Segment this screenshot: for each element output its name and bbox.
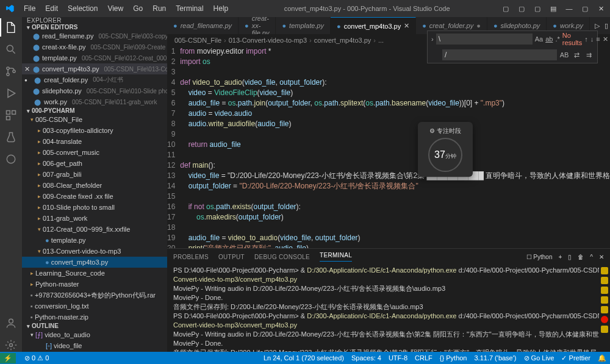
- file-item[interactable]: ▪Python-master.zip: [22, 312, 167, 323]
- status-item[interactable]: {} Python: [440, 354, 467, 362]
- customize-icon[interactable]: ▤: [549, 4, 558, 13]
- open-editor-item[interactable]: ⬤read_filename.py005-CSDN_File\003-copyf…: [22, 30, 167, 41]
- terminal[interactable]: PS D:\400-File\000-Project\000-Pycharm> …: [167, 265, 599, 352]
- split-terminal-icon[interactable]: ▯: [568, 254, 572, 260]
- replace-input[interactable]: [442, 49, 557, 60]
- testing-icon[interactable]: [4, 130, 18, 144]
- terminal-shell-label[interactable]: ☐ Python: [526, 254, 553, 260]
- close-find-icon[interactable]: ✕: [603, 35, 608, 43]
- menu-selection[interactable]: Selection: [63, 2, 102, 15]
- match-case-icon[interactable]: Aa: [535, 35, 543, 43]
- menu-go[interactable]: Go: [129, 2, 147, 15]
- folder-item[interactable]: ▾013-Convert-video-to-mp3: [22, 246, 167, 257]
- python-env-icon[interactable]: [4, 152, 18, 166]
- folder-item[interactable]: ▸006-get_path: [22, 158, 167, 169]
- whole-word-icon[interactable]: ab: [545, 35, 553, 43]
- maximize-icon[interactable]: ▢: [581, 4, 589, 13]
- remote-indicator[interactable]: ⚡: [0, 353, 16, 363]
- menu-edit[interactable]: Edit: [41, 2, 62, 15]
- open-editor-item[interactable]: ⬤template.py005-CSDN_File\012-Creat_000~…: [22, 52, 167, 63]
- trash-icon[interactable]: 🗑: [578, 254, 584, 260]
- extensions-icon[interactable]: [4, 109, 18, 122]
- outline-item[interactable]: [◦]video_file: [22, 340, 167, 351]
- folder-item[interactable]: ▸004-translate: [22, 136, 167, 147]
- run-debug-icon[interactable]: [4, 87, 18, 100]
- workspace-section[interactable]: ▾000-PYCHARM: [22, 107, 167, 114]
- layout-toggle-icon[interactable]: ▢: [501, 4, 510, 13]
- minimize-icon[interactable]: —: [565, 4, 573, 13]
- replace-one-icon[interactable]: ⇄: [572, 51, 581, 59]
- folder-item[interactable]: ▸005-convert_music: [22, 147, 167, 158]
- replace-all-icon[interactable]: ⇉: [584, 51, 594, 59]
- split-editor-icon[interactable]: ▯: [605, 22, 608, 30]
- open-editor-item[interactable]: ✕⬤convert_mp4to3.py005-CSDN_File\013-Con…: [22, 63, 167, 74]
- code-editor[interactable]: 123456789101112131415161718192021222324 …: [167, 46, 610, 248]
- status-item[interactable]: 🔔: [598, 354, 606, 362]
- open-editor-item[interactable]: ⬤creat-xx-file.py005-CSDN_File\009-Creat…: [22, 41, 167, 52]
- folder-item[interactable]: ▸003-copyfileto-alldictory: [22, 125, 167, 136]
- folder-item[interactable]: ▸007-grab_bili: [22, 169, 167, 180]
- settings-icon[interactable]: [4, 338, 18, 352]
- close-icon[interactable]: ✕: [597, 4, 605, 13]
- status-item[interactable]: Ln 24, Col 1 (720 selected): [264, 354, 344, 362]
- chevron-right-icon[interactable]: ›: [431, 35, 434, 43]
- menu-view[interactable]: View: [103, 2, 127, 15]
- warning-icon: [601, 287, 608, 294]
- problems-status[interactable]: ⊘ 0 ⚠ 0: [24, 354, 49, 362]
- prev-match-icon[interactable]: ↑: [584, 35, 588, 43]
- status-item[interactable]: Spaces: 4: [351, 354, 381, 362]
- outline-section[interactable]: ▾OUTLINE: [22, 323, 167, 329]
- open-editor-item[interactable]: ⬤creat_folder.py004-小红书: [22, 74, 167, 85]
- panel-tab-terminal[interactable]: TERMINAL: [320, 252, 352, 262]
- status-item[interactable]: ✓ Prettier: [561, 354, 590, 362]
- panel-tab-output[interactable]: OUTPUT: [218, 254, 245, 260]
- folder-item[interactable]: ▾005-CSDN_File: [22, 114, 167, 125]
- regex-icon[interactable]: .*: [555, 35, 559, 43]
- search-icon[interactable]: [4, 43, 18, 56]
- run-icon[interactable]: ▷: [595, 22, 600, 30]
- file-item[interactable]: ●convert_mp4to3.py: [22, 257, 167, 268]
- add-terminal-icon[interactable]: +: [558, 254, 562, 260]
- panel-tab-debug-console[interactable]: DEBUG CONSOLE: [254, 254, 310, 260]
- open-editor-item[interactable]: ⬤work.py005-CSDN_File\011-grab_work: [22, 96, 167, 107]
- open-editors-section[interactable]: ▾OPEN EDITORS: [22, 24, 167, 30]
- menu-file[interactable]: File: [20, 2, 40, 15]
- maximize-panel-icon[interactable]: ^: [590, 254, 593, 260]
- outline-item[interactable]: [◦]output_folder: [22, 351, 167, 352]
- folder-item[interactable]: ▸009-Create fixed .xx file: [22, 191, 167, 202]
- selection-icon[interactable]: ≡: [596, 35, 600, 43]
- source-control-icon[interactable]: [4, 65, 18, 78]
- folder-item[interactable]: ▸010-Slide photo to small: [22, 202, 167, 213]
- folder-item[interactable]: ▸008-Clear_thefolder: [22, 180, 167, 191]
- tab-template-py[interactable]: ●template.py: [276, 17, 331, 34]
- file-item[interactable]: ▪conversion_log.txt: [22, 301, 167, 312]
- menu-run[interactable]: Run: [148, 2, 170, 15]
- status-item[interactable]: UTF-8: [389, 354, 407, 362]
- open-editor-item[interactable]: ⬤slidephoto.py005-CSDN_File\010-Slide ph…: [22, 85, 167, 96]
- tab-convert_mp4to3-py[interactable]: ●convert_mp4to3.py✕: [331, 17, 416, 34]
- panel-toggle-icon[interactable]: ▢: [517, 4, 526, 13]
- status-item[interactable]: CRLF: [415, 354, 432, 362]
- preserve-case-icon[interactable]: AB: [559, 51, 569, 59]
- menu-help[interactable]: Help: [209, 2, 233, 15]
- next-match-icon[interactable]: ↓: [590, 35, 594, 43]
- sidebar-toggle-icon[interactable]: ▢: [533, 4, 542, 13]
- folder-item[interactable]: ▸011-grab_work: [22, 213, 167, 224]
- status-item[interactable]: ⊘ Go Live: [524, 354, 554, 362]
- find-input[interactable]: [436, 34, 533, 45]
- folder-item[interactable]: ▸Python-master: [22, 279, 167, 290]
- folder-item[interactable]: ▸Learning_Source_code: [22, 268, 167, 279]
- file-item[interactable]: ●template.py: [22, 235, 167, 246]
- account-icon[interactable]: [4, 316, 18, 330]
- folder-item[interactable]: ▾012-Creat_000~999_fix.xxfile: [22, 224, 167, 235]
- panel-tab-problems[interactable]: PROBLEMS: [173, 254, 209, 260]
- focus-timer[interactable]: ⚙ 专注时段 37分钟: [418, 122, 473, 177]
- file-item[interactable]: ▪+9787302656043+奇妙的Python代码.rar: [22, 290, 167, 301]
- close-panel-icon[interactable]: ✕: [599, 254, 604, 260]
- status-item[interactable]: 3.11.7 ('base'): [474, 354, 516, 362]
- tab-creat-xx-file-py[interactable]: ●creat-xx-file.py: [239, 17, 276, 34]
- menu-terminal[interactable]: Terminal: [171, 2, 207, 15]
- tab-read_filename-py[interactable]: ●read_filename.py: [167, 17, 239, 34]
- outline-item[interactable]: ▾[⨍]video_to_audio: [22, 329, 167, 340]
- explorer-icon[interactable]: [4, 21, 18, 34]
